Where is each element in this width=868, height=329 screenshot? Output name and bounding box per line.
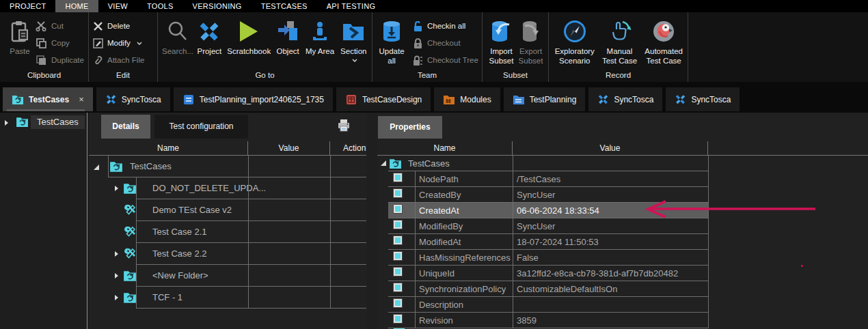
tab-test-configuration[interactable]: Test configuration	[154, 115, 248, 139]
expand-arrow-icon[interactable]	[5, 120, 8, 126]
checkbox-icon[interactable]	[394, 315, 402, 323]
property-value[interactable]: False	[517, 253, 539, 263]
column-header-value[interactable]: Value	[248, 141, 330, 155]
tree-row-tcf-1[interactable]: TCF - 1	[89, 287, 366, 309]
checkin-all-button[interactable]: Checkin all	[412, 18, 478, 33]
property-value[interactable]: 3859	[517, 315, 537, 326]
checkbox-icon[interactable]	[394, 268, 402, 276]
menu-project[interactable]: PROJECT	[0, 0, 55, 12]
menu-tools[interactable]: TOOLS	[137, 0, 183, 12]
checkbox-icon[interactable]	[394, 299, 402, 307]
goto-section-button[interactable]: Section	[338, 16, 369, 62]
property-value[interactable]: /TestCases	[517, 174, 560, 184]
property-root-row[interactable]: TestCases	[377, 156, 868, 171]
collapse-arrow-icon[interactable]	[94, 164, 99, 170]
paste-button[interactable]: Paste	[4, 16, 36, 57]
property-value[interactable]: SyncUser	[517, 221, 555, 231]
tree-row-new-folder[interactable]: <New Folder>	[89, 265, 366, 287]
duplicate-button[interactable]: Duplicate	[36, 53, 84, 68]
tab-testplanning-import[interactable]: TestPlanning_import240625_1735	[174, 87, 333, 111]
property-row-synchronizationpolicy[interactable]: SynchronizationPolicy CustomizableDefaul…	[377, 281, 868, 297]
checkout-tree-button[interactable]: Checkout Tree	[412, 53, 478, 68]
attach-file-button[interactable]: Attach File	[93, 53, 144, 68]
checkbox-icon[interactable]	[394, 173, 402, 182]
column-divider[interactable]	[248, 156, 249, 309]
column-divider[interactable]	[708, 156, 709, 328]
goto-my-area-button[interactable]: My Area	[303, 16, 337, 57]
menu-versioning[interactable]: VERSIONING	[183, 0, 252, 12]
menu-home[interactable]: HOME	[55, 0, 98, 12]
sidebar-scrollbar[interactable]	[7, 109, 85, 111]
tab-synctosca-3[interactable]: SyncTosca	[666, 87, 740, 111]
tab-synctosca-2[interactable]: SyncTosca	[588, 87, 662, 111]
tab-details[interactable]: Details	[101, 115, 150, 139]
column-divider[interactable]	[513, 156, 513, 328]
goto-scratchbook-button[interactable]: Scratchbook	[226, 16, 273, 57]
column-header-name[interactable]: Name	[377, 141, 513, 155]
tree-row-do-not-delete[interactable]: DO_NOT_DELETE_UPDA...	[89, 177, 366, 199]
column-header-actionmode[interactable]: ActionMode	[330, 141, 366, 155]
checkbox-icon[interactable]	[394, 283, 402, 291]
tree-row-demo-test-case[interactable]: Demo TEst Case v2	[89, 199, 366, 221]
property-value[interactable]: 18-07-2024 11:50:53	[517, 237, 599, 247]
column-header-value[interactable]: Value	[513, 141, 708, 155]
property-value[interactable]: CustomizableDefaultIsOn	[517, 284, 617, 294]
tree-row-test-case-22[interactable]: Test Case 2.2	[89, 243, 366, 265]
copy-button[interactable]: Copy	[36, 35, 84, 51]
checkbox-icon[interactable]	[394, 205, 402, 213]
cut-button[interactable]: Cut	[36, 18, 84, 33]
checkbox-icon[interactable]	[394, 189, 402, 197]
modify-button[interactable]: Modify	[93, 35, 144, 51]
checkbox-icon[interactable]	[394, 252, 402, 260]
tab-testcases[interactable]: TestCases ×	[3, 87, 93, 111]
property-value[interactable]: 06-06-2024 18:33:54	[517, 205, 599, 216]
exploratory-scenario-button[interactable]: Exploratory Scenario	[553, 16, 597, 66]
menu-view[interactable]: VIEW	[98, 0, 137, 12]
tab-properties[interactable]: Properties	[378, 116, 442, 139]
menu-testcases[interactable]: TESTCASES	[252, 0, 317, 12]
property-row-uniqueid[interactable]: UniqueId 3a12ffd2-e8ca-cb78-381d-af7b7db…	[377, 266, 868, 281]
project-tree-sidebar: TestCases	[0, 113, 87, 329]
delete-button[interactable]: Delete	[93, 18, 144, 33]
update-all-button[interactable]: Update all	[377, 16, 407, 66]
property-value[interactable]: SyncUser	[517, 190, 555, 200]
ribbon-group-goto: Search... Project Scratchbook Objec	[158, 12, 372, 82]
expand-arrow-icon[interactable]	[115, 251, 118, 257]
print-icon[interactable]	[337, 119, 351, 132]
checkbox-icon[interactable]	[394, 220, 402, 229]
tab-testplanning[interactable]: TestPlanning	[504, 87, 586, 111]
property-row-nodepath[interactable]: NodePath /TestCases	[377, 171, 868, 187]
cut-icon	[36, 20, 47, 31]
expand-arrow-icon[interactable]	[115, 295, 118, 300]
tab-close-icon[interactable]: ×	[79, 94, 84, 104]
menu-api-testing[interactable]: API TESTING	[317, 0, 385, 12]
property-row-modifiedat[interactable]: ModifiedAt 18-07-2024 11:50:53	[377, 234, 868, 250]
tab-synctosca-1[interactable]: SyncTosca	[96, 87, 170, 111]
checkbox-icon[interactable]	[394, 236, 402, 244]
sidebar-item-testcases[interactable]: TestCases	[0, 115, 87, 131]
tree-row-testcases[interactable]: TestCases	[89, 156, 366, 177]
tree-row-test-case-21[interactable]: Test Case 2.1	[89, 221, 366, 243]
collapse-arrow-icon[interactable]	[381, 160, 386, 166]
export-subset-button[interactable]: Export Subset	[516, 16, 545, 66]
tab-testcasedesign[interactable]: TestCaseDesign	[336, 87, 431, 111]
automated-test-case-button[interactable]: Automated Test Case	[642, 16, 685, 66]
property-value[interactable]: 3a12ffd2-e8ca-cb78-381d-af7b7db20482	[517, 268, 678, 278]
checkout-button[interactable]: Checkout	[412, 35, 478, 51]
column-divider[interactable]	[330, 156, 331, 309]
manual-test-case-button[interactable]: Manual Test Case	[599, 16, 640, 66]
import-subset-button[interactable]: Import Subset	[487, 16, 516, 66]
goto-project-button[interactable]: Project	[195, 16, 224, 57]
expand-arrow-icon[interactable]	[115, 273, 118, 278]
expand-arrow-icon[interactable]	[115, 186, 118, 191]
property-row-description[interactable]: Description	[377, 297, 868, 313]
panel-splitter[interactable]	[87, 113, 87, 329]
tree-node-label: DO_NOT_DELETE_UPDA...	[152, 183, 266, 193]
property-row-revision[interactable]: Revision 3859	[377, 313, 868, 328]
group-label-subset: Subset	[483, 70, 548, 82]
search-button[interactable]: Search...	[162, 16, 193, 57]
goto-object-button[interactable]: Object	[274, 16, 302, 57]
tab-modules[interactable]: Modules	[434, 87, 500, 111]
property-row-hasmissingreferences[interactable]: HasMissingReferences False	[377, 250, 868, 266]
column-header-name[interactable]: Name	[89, 141, 248, 155]
